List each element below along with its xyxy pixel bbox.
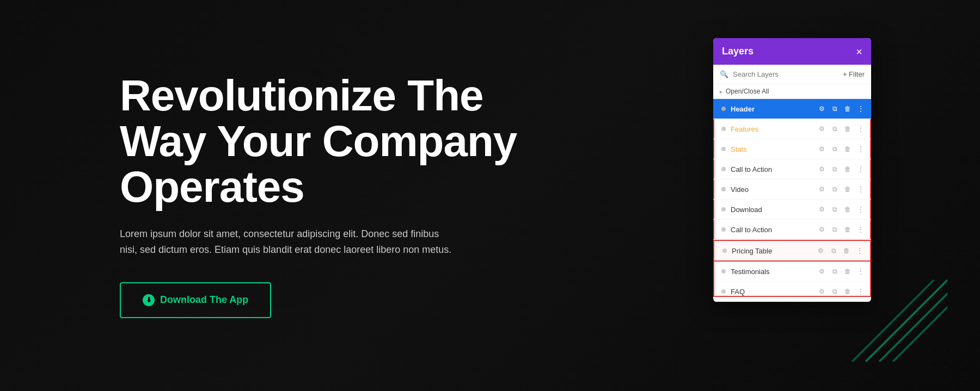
delete-icon[interactable]: 🗑	[843, 204, 853, 214]
settings-icon[interactable]: ⚙	[817, 184, 826, 194]
duplicate-icon[interactable]: ⧉	[830, 204, 840, 214]
settings-icon[interactable]: ⚙	[817, 104, 826, 114]
layer-actions-cta1: ⚙ ⧉ 🗑 ⋮	[817, 164, 865, 174]
layer-actions-stats: ⚙ ⧉ 🗑 ⋮	[817, 144, 865, 154]
delete-icon[interactable]: 🗑	[843, 124, 853, 134]
layer-name-features: Features	[731, 125, 817, 133]
layer-name-stats: Stats	[731, 145, 817, 153]
layer-name-download: Download	[731, 206, 817, 214]
duplicate-icon[interactable]: ⧉	[830, 144, 840, 154]
delete-icon[interactable]: 🗑	[843, 287, 853, 296]
duplicate-icon[interactable]: ⧉	[830, 287, 840, 296]
more-options-icon[interactable]: ⋮	[857, 165, 865, 173]
layer-item-video[interactable]: Video ⚙ ⧉ 🗑 ⋮	[713, 179, 871, 200]
duplicate-icon[interactable]: ⧉	[829, 246, 838, 256]
layer-name-pricing-table: Pricing Table	[732, 247, 816, 255]
download-icon: ⬇	[143, 294, 155, 306]
layer-item-stats[interactable]: Stats ⚙ ⧉ 🗑 ⋮	[713, 139, 871, 159]
search-input[interactable]	[733, 70, 838, 78]
layer-item-download[interactable]: Download ⚙ ⧉ 🗑 ⋮	[713, 200, 871, 220]
layer-item-pricing-table[interactable]: Pricing Table ⚙ ⧉ 🗑 ⋮	[713, 240, 871, 262]
delete-icon[interactable]: 🗑	[843, 144, 853, 154]
delete-icon[interactable]: 🗑	[843, 266, 853, 276]
layer-toggle-video	[720, 185, 727, 193]
layer-toggle-testimonials	[720, 268, 727, 275]
layer-toggle-download	[720, 206, 727, 213]
settings-icon[interactable]: ⚙	[817, 204, 826, 214]
download-button-label: Download The App	[160, 294, 248, 306]
layer-item-faq[interactable]: FAQ ⚙ ⧉ 🗑 ⋮	[713, 282, 871, 302]
layer-name-faq: FAQ	[731, 288, 817, 296]
layer-actions-video: ⚙ ⧉ 🗑 ⋮	[817, 184, 865, 194]
duplicate-icon[interactable]: ⧉	[830, 184, 840, 194]
layers-panel-title: Layers	[722, 46, 754, 57]
layer-item-testimonials[interactable]: Testimonials ⚙ ⧉ 🗑 ⋮	[713, 262, 871, 282]
layer-toggle-faq	[720, 288, 727, 295]
more-options-icon[interactable]: ⋮	[857, 225, 865, 234]
layers-search-bar: 🔍 + Filter	[713, 65, 871, 84]
filter-button[interactable]: + Filter	[843, 70, 865, 78]
more-options-icon[interactable]: ⋮	[857, 185, 865, 194]
settings-icon[interactable]: ⚙	[817, 287, 826, 296]
more-options-icon[interactable]: ⋮	[857, 104, 865, 113]
layer-actions-download: ⚙ ⧉ 🗑 ⋮	[817, 204, 865, 214]
more-options-icon[interactable]: ⋮	[857, 145, 865, 153]
layer-actions-header: ⚙ ⧉ 🗑 ⋮	[817, 104, 865, 114]
delete-icon[interactable]: 🗑	[843, 225, 853, 234]
download-button[interactable]: ⬇ Download The App	[120, 282, 271, 318]
layer-name-video: Video	[731, 185, 817, 194]
layer-item-cta2[interactable]: Call to Action ⚙ ⧉ 🗑 ⋮	[713, 220, 871, 240]
delete-icon[interactable]: 🗑	[842, 246, 852, 256]
layer-item-cta1[interactable]: Call to Action ⚙ ⧉ 🗑 ⋮	[713, 159, 871, 179]
settings-icon[interactable]: ⚙	[817, 164, 826, 174]
layers-panel: Layers × 🔍 + Filter Open/Close All Heade…	[713, 38, 871, 302]
layer-actions-cta2: ⚙ ⧉ 🗑 ⋮	[817, 225, 865, 234]
layer-name-cta2: Call to Action	[731, 226, 817, 234]
layer-toggle-stats	[720, 145, 727, 153]
layer-item-features[interactable]: Features ⚙ ⧉ 🗑 ⋮	[713, 119, 871, 139]
duplicate-icon[interactable]: ⧉	[830, 104, 840, 114]
settings-icon[interactable]: ⚙	[817, 225, 826, 234]
search-icon: 🔍	[720, 70, 728, 78]
settings-icon[interactable]: ⚙	[817, 144, 826, 154]
layer-toggle-cta1	[720, 165, 727, 173]
more-options-icon[interactable]: ⋮	[857, 205, 865, 214]
more-options-icon[interactable]: ⋮	[857, 287, 865, 296]
delete-icon[interactable]: 🗑	[843, 104, 853, 114]
settings-icon[interactable]: ⚙	[817, 266, 826, 276]
duplicate-icon[interactable]: ⧉	[830, 225, 840, 234]
duplicate-icon[interactable]: ⧉	[830, 164, 840, 174]
layer-actions-testimonials: ⚙ ⧉ 🗑 ⋮	[817, 266, 865, 276]
layer-actions-pricing: ⚙ ⧉ 🗑 ⋮	[816, 246, 863, 256]
layer-name-header: Header	[731, 105, 817, 113]
more-options-icon[interactable]: ⋮	[857, 125, 865, 133]
hero-section: Revolutionize The Way Your Company Opera…	[120, 73, 528, 318]
layers-panel-header: Layers ×	[713, 38, 871, 65]
duplicate-icon[interactable]: ⧉	[830, 266, 840, 276]
layer-item-header[interactable]: Header ⚙ ⧉ 🗑 ⋮	[713, 99, 871, 119]
layers-list: Header ⚙ ⧉ 🗑 ⋮ Features ⚙ ⧉ 🗑 ⋮ Stats	[713, 99, 871, 302]
layer-name-testimonials: Testimonials	[731, 268, 817, 276]
layer-name-cta1: Call to Action	[731, 165, 817, 173]
layers-close-button[interactable]: ×	[856, 46, 862, 57]
more-options-icon[interactable]: ⋮	[857, 267, 865, 276]
hero-title: Revolutionize The Way Your Company Opera…	[120, 73, 528, 210]
layer-toggle-pricing	[721, 247, 728, 255]
layer-toggle-cta2	[720, 226, 727, 233]
delete-icon[interactable]: 🗑	[843, 184, 853, 194]
more-options-icon[interactable]: ⋮	[856, 246, 863, 255]
hero-description: Lorem ipsum dolor sit amet, consectetur …	[120, 226, 457, 258]
delete-icon[interactable]: 🗑	[843, 164, 853, 174]
layer-toggle-header	[720, 105, 727, 113]
open-close-all-label: Open/Close All	[726, 88, 769, 95]
settings-icon[interactable]: ⚙	[816, 246, 825, 256]
settings-icon[interactable]: ⚙	[817, 124, 826, 134]
duplicate-icon[interactable]: ⧉	[830, 124, 840, 134]
layer-toggle-features	[720, 125, 727, 133]
layer-actions-features: ⚙ ⧉ 🗑 ⋮	[817, 124, 865, 134]
layer-actions-faq: ⚙ ⧉ 🗑 ⋮	[817, 287, 865, 296]
open-close-all[interactable]: Open/Close All	[713, 84, 871, 99]
